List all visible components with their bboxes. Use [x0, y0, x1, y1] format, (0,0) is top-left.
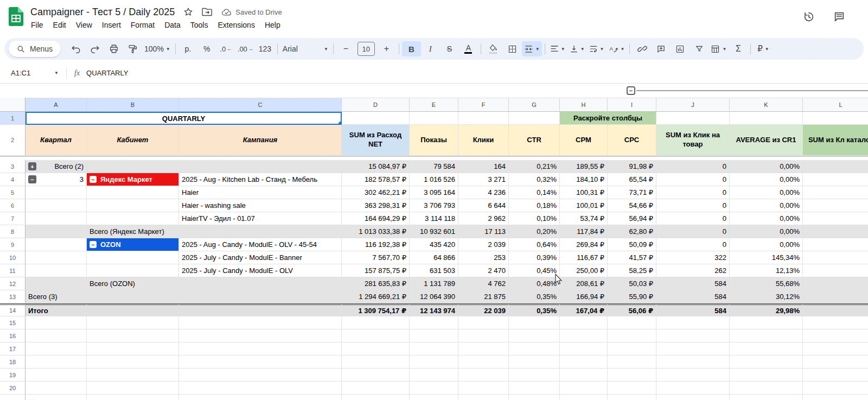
cell-h6[interactable]: 100,01 ₽ — [560, 199, 608, 212]
cell-g13[interactable]: 0,35% — [509, 290, 560, 303]
cell-f15[interactable] — [458, 316, 509, 329]
cell-e9[interactable]: 435 420 — [410, 238, 458, 251]
cell-l16[interactable] — [803, 329, 868, 342]
cell-e16[interactable] — [410, 329, 458, 342]
redo-button[interactable] — [85, 41, 104, 56]
zoom-select[interactable]: 100%▼ — [142, 41, 173, 56]
font-size-input[interactable]: 10 — [358, 42, 375, 56]
cell-h20[interactable] — [560, 382, 608, 395]
cell-a1-title[interactable]: QUARTARLY — [25, 112, 342, 125]
decrease-decimals-button[interactable]: .0← — [216, 41, 235, 56]
cell-d12[interactable]: 281 635,83 ₽ — [342, 277, 410, 290]
row-header-16[interactable]: 16 — [0, 329, 25, 342]
cell-l6[interactable] — [803, 199, 868, 212]
merge-cells-icon[interactable]: ▼ — [522, 41, 542, 56]
cell-k19[interactable] — [730, 369, 803, 382]
cell-g17[interactable] — [509, 342, 560, 355]
header-cell-f2[interactable]: Клики — [458, 125, 509, 156]
row-header-15[interactable]: 15 — [0, 316, 25, 329]
cell-a7[interactable] — [25, 212, 87, 225]
cell-g15[interactable] — [509, 316, 560, 329]
cell-b3[interactable] — [87, 160, 179, 173]
cell-e6[interactable]: 3 706 793 — [410, 199, 458, 212]
cell-e1[interactable] — [410, 112, 458, 125]
menu-file[interactable]: File — [26, 20, 48, 30]
cell-i6[interactable]: 54,66 ₽ — [608, 199, 656, 212]
cell-f17[interactable] — [458, 342, 509, 355]
cell-c11[interactable]: 2025 - July - Candy - ModulE - OLV — [179, 264, 342, 277]
cell-h10[interactable]: 116,67 ₽ — [560, 251, 608, 264]
cell-g1[interactable] — [509, 112, 560, 125]
cell-k16[interactable] — [730, 329, 803, 342]
cell-g10[interactable]: 0,39% — [509, 251, 560, 264]
cell-b16[interactable] — [87, 329, 179, 342]
cell-e14[interactable]: 12 143 974 — [410, 303, 458, 316]
row-header-5[interactable]: 5 — [0, 186, 25, 199]
collapse-chip-button[interactable]: − — [90, 241, 97, 248]
cell-f16[interactable] — [458, 329, 509, 342]
cell-i19[interactable] — [608, 369, 656, 382]
cell-c13[interactable] — [179, 290, 342, 303]
column-header-i[interactable]: I — [608, 98, 656, 112]
cell-e[interactable] — [410, 395, 458, 400]
cell-l11[interactable] — [803, 264, 868, 277]
row-header-6[interactable]: 6 — [0, 199, 25, 212]
cell-k8[interactable]: 0,00% — [730, 225, 803, 238]
cell-l1[interactable] — [803, 112, 868, 125]
cell-e8[interactable]: 10 932 601 — [410, 225, 458, 238]
cell-g11[interactable]: 0,45% — [509, 264, 560, 277]
cell-i11[interactable]: 58,25 ₽ — [608, 264, 656, 277]
cell-b14[interactable] — [87, 303, 179, 316]
column-header-c[interactable]: C — [179, 98, 342, 112]
cell-d8[interactable]: 1 013 033,38 ₽ — [342, 225, 410, 238]
cell-a8[interactable] — [25, 225, 87, 238]
cell-a15[interactable] — [25, 316, 87, 329]
cell-i3[interactable]: 91,98 ₽ — [608, 160, 656, 173]
row-header-18[interactable]: 18 — [0, 355, 25, 369]
cell-l13[interactable] — [803, 290, 868, 303]
saved-to-drive-status[interactable]: Saved to Drive — [221, 8, 282, 16]
cell-j4[interactable]: 0 — [656, 173, 730, 186]
cell-f20[interactable] — [458, 382, 509, 395]
cell-d18[interactable] — [342, 355, 410, 369]
menu-insert[interactable]: Insert — [97, 20, 126, 30]
cell-g12[interactable]: 0,48% — [509, 277, 560, 290]
cell-i4[interactable]: 65,54 ₽ — [608, 173, 656, 186]
cell-k20[interactable] — [730, 382, 803, 395]
row-header-4[interactable]: 4 — [0, 173, 25, 186]
format-currency-button[interactable]: р. — [178, 41, 197, 56]
cell-e15[interactable] — [410, 316, 458, 329]
cell-a3[interactable]: +Всего (2) — [25, 160, 87, 173]
cell-a20[interactable] — [25, 382, 87, 395]
menu-extensions[interactable]: Extensions — [213, 20, 259, 30]
menu-tools[interactable]: Tools — [186, 20, 213, 30]
cell-d5[interactable]: 302 462,21 ₽ — [342, 186, 410, 199]
format-percent-button[interactable]: % — [197, 41, 216, 56]
cell-k13[interactable]: 30,12% — [730, 290, 803, 303]
cell-k9[interactable]: 0,00% — [730, 238, 803, 251]
row-header-19[interactable]: 19 — [0, 369, 25, 382]
cell-g4[interactable]: 0,32% — [509, 173, 560, 186]
cell-a5[interactable] — [25, 186, 87, 199]
cell-j6[interactable]: 0 — [656, 199, 730, 212]
cell-l4[interactable] — [803, 173, 868, 186]
cell-a17[interactable] — [25, 342, 87, 355]
cell-h1-expand-columns-banner[interactable]: Раскройте столбцы — [560, 112, 656, 125]
cell-h4[interactable]: 184,10 ₽ — [560, 173, 608, 186]
name-box[interactable]: A1:C1▼ — [8, 69, 62, 77]
cell-i8[interactable]: 62,80 ₽ — [608, 225, 656, 238]
cell-j15[interactable] — [656, 316, 730, 329]
cell-j18[interactable] — [656, 355, 730, 369]
cell-g9[interactable]: 0,64% — [509, 238, 560, 251]
cell-h8[interactable]: 117,84 ₽ — [560, 225, 608, 238]
cell-j10[interactable]: 322 — [656, 251, 730, 264]
row-header-2[interactable]: 2 — [0, 125, 25, 156]
cell-b11[interactable] — [87, 264, 179, 277]
cell-a4[interactable]: −3 — [25, 173, 87, 186]
column-header-d[interactable]: D — [342, 98, 410, 112]
italic-button[interactable]: I — [421, 41, 440, 56]
cell-h[interactable] — [560, 395, 608, 400]
cell-c14[interactable] — [179, 303, 342, 316]
row-header-13[interactable]: 13 — [0, 290, 25, 303]
cell-c9[interactable]: 2025 - Aug - Candy - ModulE - OLV - 45-5… — [179, 238, 342, 251]
